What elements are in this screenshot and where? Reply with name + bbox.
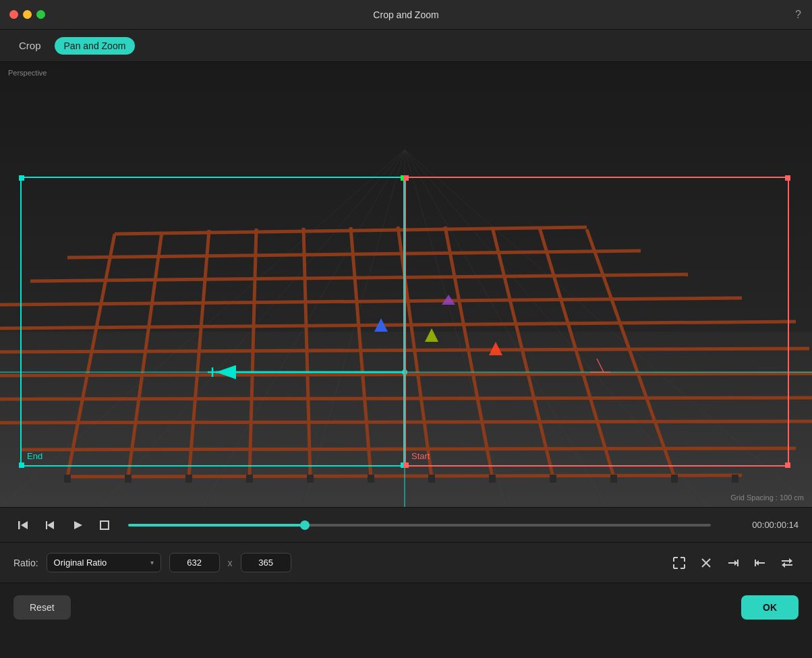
timeline-bar: 00:00:00:14	[0, 507, 812, 542]
timeline-slider-container	[128, 524, 711, 527]
ratio-x-separator: x	[228, 558, 233, 568]
close-button[interactable]	[9, 10, 18, 19]
svg-rect-64	[100, 521, 109, 529]
svg-rect-59	[18, 521, 20, 529]
svg-marker-61	[47, 521, 54, 529]
reset-button[interactable]: Reset	[13, 595, 71, 620]
svg-rect-42	[550, 475, 556, 483]
skip-back-button[interactable]	[13, 515, 34, 535]
play-button[interactable]	[67, 515, 88, 535]
ratio-selected-option: Original Ratio	[54, 558, 107, 568]
window-title: Crop and Zoom	[373, 9, 438, 20]
minimize-button[interactable]	[23, 10, 32, 19]
ratio-bar: Ratio: Original Ratio ▾ x	[0, 542, 812, 582]
toolbar: Crop Pan and Zoom	[0, 30, 812, 62]
svg-marker-60	[21, 521, 28, 529]
viewport: Perspective Grid Spacing : 100 cm End St…	[0, 62, 812, 507]
ratio-label: Ratio:	[13, 558, 38, 568]
svg-rect-44	[671, 475, 678, 483]
svg-marker-84	[782, 562, 785, 568]
svg-marker-63	[74, 521, 82, 529]
snap-left-button[interactable]	[749, 551, 772, 574]
timeline-time: 00:00:00:14	[724, 520, 799, 530]
svg-rect-38	[307, 475, 314, 483]
window-controls	[9, 10, 45, 19]
svg-rect-36	[185, 475, 192, 483]
ratio-height-input[interactable]	[241, 553, 291, 572]
snap-right-button[interactable]	[722, 551, 745, 574]
svg-rect-41	[489, 475, 496, 483]
svg-rect-37	[246, 475, 253, 483]
pan-zoom-button[interactable]: Pan and Zoom	[55, 37, 136, 55]
timeline-slider[interactable]	[128, 524, 711, 527]
swap-button[interactable]	[776, 551, 799, 574]
scene-svg	[0, 62, 812, 507]
maximize-button[interactable]	[36, 10, 45, 19]
titlebar: Crop and Zoom ?	[0, 0, 812, 30]
ratio-width-input[interactable]	[169, 553, 220, 572]
perspective-label: Perspective	[8, 69, 47, 77]
ratio-select[interactable]: Original Ratio ▾	[47, 553, 161, 572]
ratio-actions	[668, 551, 799, 574]
svg-line-19	[0, 398, 812, 399]
crop-tab[interactable]: Crop	[13, 37, 47, 54]
svg-marker-82	[789, 558, 792, 564]
svg-point-56	[402, 369, 407, 375]
ok-button[interactable]: OK	[741, 595, 799, 620]
grid-spacing-label: Grid Spacing : 100 cm	[730, 494, 804, 502]
ratio-close-button[interactable]	[695, 551, 718, 574]
step-back-button[interactable]	[40, 515, 61, 535]
svg-rect-34	[64, 475, 71, 483]
svg-rect-39	[368, 475, 374, 483]
svg-rect-35	[125, 475, 132, 483]
svg-rect-62	[46, 521, 47, 529]
svg-rect-43	[610, 475, 617, 483]
action-bar: Reset OK	[0, 582, 812, 631]
svg-line-21	[20, 448, 796, 450]
chevron-down-icon: ▾	[150, 559, 154, 566]
svg-rect-45	[732, 475, 738, 483]
help-icon[interactable]: ?	[795, 9, 801, 21]
crop-fit-button[interactable]	[668, 551, 691, 574]
svg-rect-40	[428, 475, 435, 483]
svg-marker-2	[0, 332, 812, 507]
svg-line-20	[0, 421, 812, 423]
stop-button[interactable]	[94, 515, 115, 535]
